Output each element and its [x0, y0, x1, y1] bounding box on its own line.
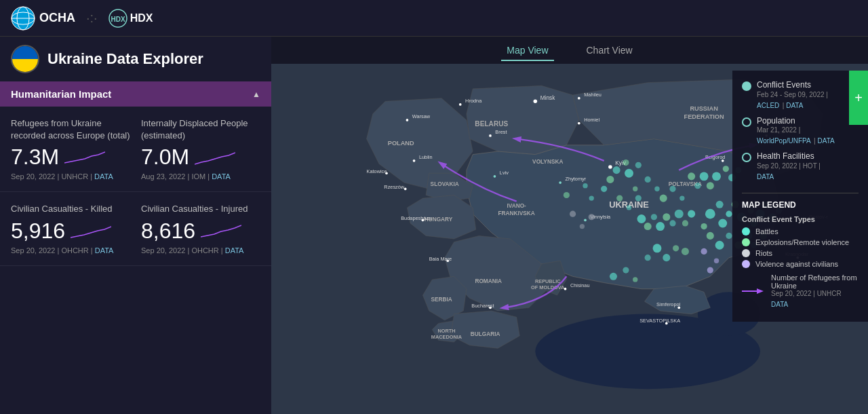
svg-text:NORTH: NORTH	[437, 328, 455, 334]
svg-point-153	[707, 267, 713, 273]
svg-point-55	[404, 187, 407, 190]
metric-idp-label: Internally Displaced People (estimated)	[141, 117, 260, 142]
legend-radio-population[interactable]: Population Mar 21, 2022 | WorldPop/UNFPA…	[742, 116, 859, 147]
legend-radio-conflict[interactable]: Conflict Events Feb 24 - Sep 09, 2022 | …	[742, 80, 859, 111]
svg-point-77	[564, 288, 567, 290]
svg-text:Hrodna: Hrodna	[465, 98, 482, 104]
svg-point-86	[716, 201, 724, 208]
svg-point-126	[606, 176, 614, 183]
population-worldpop-link[interactable]: WorldPop/UNFPA	[757, 137, 811, 145]
legend-radio-group: Conflict Events Feb 24 - Sep 09, 2022 | …	[742, 80, 859, 182]
legend-health-text: Health Facilities Sep 20, 2022 | HOT | D…	[757, 151, 821, 182]
svg-point-140	[663, 254, 670, 261]
svg-point-63	[584, 219, 587, 222]
refugees-number: 7.3M	[11, 145, 59, 170]
svg-point-148	[570, 211, 576, 217]
sidebar: Ukraine Data Explorer Humanitarian Impac…	[0, 37, 271, 414]
legend-refugee-line: Number of Refugees from Ukraine Sep 20, …	[742, 274, 859, 309]
svg-point-108	[669, 220, 675, 226]
svg-point-111	[651, 214, 657, 220]
legend-riots: Riots	[742, 249, 859, 257]
svg-point-132	[645, 176, 651, 183]
svg-point-57	[494, 175, 496, 178]
violence-dot	[742, 260, 750, 268]
refugees-source: Sep 20, 2022 | UNHCR | DATA	[11, 172, 130, 181]
metric-injured-value: 8,616	[141, 219, 260, 244]
legend-conflict-text: Conflict Events Feb 24 - Sep 09, 2022 | …	[757, 80, 828, 111]
metrics-container: Refugees from Ukraine recorded across Eu…	[0, 107, 271, 414]
app-title: Ukraine Data Explorer	[47, 50, 203, 68]
metric-killed-value: 5,916	[11, 219, 130, 244]
svg-point-146	[633, 277, 637, 282]
main-container: Ukraine Data Explorer Humanitarian Impac…	[0, 37, 868, 414]
riots-dot	[742, 249, 750, 257]
svg-text:POLAND: POLAND	[388, 140, 414, 147]
svg-point-114	[712, 172, 721, 181]
svg-point-87	[718, 219, 727, 228]
injured-sparkline	[201, 223, 241, 239]
svg-text:FRANKIVSKA: FRANKIVSKA	[498, 210, 535, 217]
svg-text:Bucharest: Bucharest	[471, 303, 494, 309]
svg-point-134	[660, 195, 667, 202]
svg-point-130	[601, 186, 607, 192]
svg-text:FEDERATION: FEDERATION	[684, 113, 724, 120]
svg-point-106	[682, 220, 688, 226]
svg-point-115	[723, 166, 729, 172]
svg-point-149	[580, 224, 585, 229]
ocha-logo: OCHA	[11, 6, 75, 31]
injured-data-link[interactable]: DATA	[225, 246, 244, 255]
svg-text:REPUBLIC: REPUBLIC	[535, 278, 561, 284]
svg-point-127	[583, 183, 587, 188]
flag-blue	[12, 46, 38, 59]
metric-refugees: Refugees from Ukraine recorded across Eu…	[11, 117, 130, 181]
health-label: Health Facilities	[757, 151, 821, 162]
svg-point-51	[413, 159, 416, 162]
svg-point-105	[688, 210, 695, 218]
svg-point-131	[633, 187, 637, 191]
svg-text:MACEDONIA: MACEDONIA	[431, 334, 462, 340]
svg-point-124	[625, 169, 633, 178]
metric-idp: Internally Displaced People (estimated) …	[141, 117, 260, 181]
metric-killed: Civilian Casualties - Killed 5,916 Sep 2…	[11, 203, 130, 254]
tab-map-view[interactable]: Map View	[501, 42, 553, 58]
conflict-acled-link[interactable]: ACLED	[757, 102, 779, 109]
battles-label: Battles	[755, 227, 778, 236]
svg-text:Minsk: Minsk	[540, 94, 555, 101]
legend-radio-health[interactable]: Health Facilities Sep 20, 2022 | HOT | D…	[742, 151, 859, 182]
legend-subtitle: Conflict Event Types	[742, 215, 859, 223]
svg-text:HDX: HDX	[111, 16, 125, 23]
explosions-dot	[742, 238, 750, 246]
svg-text:ROMANIA: ROMANIA	[475, 278, 502, 284]
tab-chart-view[interactable]: Chart View	[581, 42, 638, 58]
svg-point-47	[489, 134, 492, 137]
legend-title: MAP LEGEND	[742, 200, 859, 210]
svg-point-144	[682, 248, 689, 255]
population-links: WorldPop/UNFPA | DATA	[757, 134, 835, 146]
svg-point-122	[613, 166, 620, 174]
svg-point-118	[707, 182, 714, 189]
refugee-line-data-link[interactable]: DATA	[771, 301, 788, 308]
scroll-arrow-icon[interactable]: ▲	[252, 90, 260, 99]
add-button[interactable]: +	[849, 71, 868, 125]
refugee-line-text: Number of Refugees from Ukraine Sep 20, …	[771, 274, 859, 309]
app-title-section: Ukraine Data Explorer	[0, 37, 271, 81]
killed-source: Sep 20, 2022 | OHCHR | DATA	[11, 246, 130, 255]
refugees-data-link[interactable]: DATA	[94, 172, 113, 181]
svg-point-139	[635, 195, 642, 202]
violence-label: Violence against civilians	[755, 260, 838, 268]
svg-point-136	[679, 195, 684, 200]
metric-idp-value: 7.0M	[141, 145, 260, 170]
health-links: DATA	[757, 170, 821, 182]
svg-text:Baia Mare: Baia Mare	[429, 256, 452, 262]
legend-population-text: Population Mar 21, 2022 | WorldPop/UNFPA…	[757, 116, 835, 147]
conflict-label: Conflict Events	[757, 80, 828, 91]
idp-data-link[interactable]: DATA	[212, 172, 231, 181]
ocha-emblem-icon	[11, 6, 35, 31]
health-data-link[interactable]: DATA	[757, 173, 774, 181]
conflict-data-link[interactable]: DATA	[786, 102, 803, 109]
svg-point-59	[608, 165, 612, 169]
population-data-link[interactable]: DATA	[818, 137, 835, 145]
svg-text:Zhytomyr: Zhytomyr	[566, 176, 587, 182]
killed-data-link[interactable]: DATA	[95, 246, 114, 255]
riots-label: Riots	[755, 249, 772, 257]
